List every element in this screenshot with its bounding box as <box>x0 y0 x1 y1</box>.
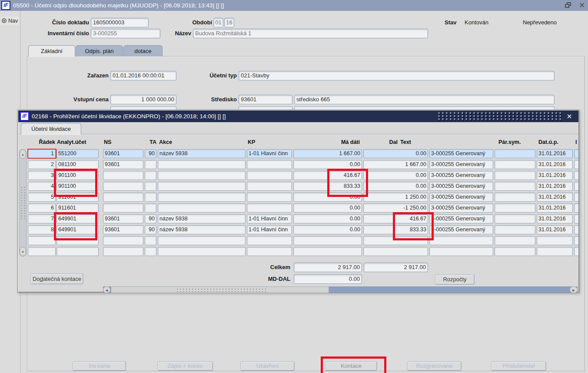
table-cell[interactable] <box>103 236 143 245</box>
table-cell[interactable] <box>145 193 156 202</box>
table-cell[interactable] <box>145 236 156 245</box>
table-cell[interactable]: 31.01.2016 <box>537 193 573 202</box>
table-cell[interactable]: 90 <box>145 214 156 223</box>
table-cell[interactable]: 081100 <box>56 160 99 169</box>
table-cell[interactable] <box>293 236 362 245</box>
table-cell[interactable]: 93601 <box>103 225 143 234</box>
kontace-button[interactable]: Kontace <box>325 361 377 371</box>
table-cell[interactable]: 901100 <box>56 171 99 180</box>
table-cell[interactable] <box>537 236 573 245</box>
table-cell[interactable] <box>574 160 579 169</box>
table-cell[interactable] <box>574 193 579 202</box>
table-cell[interactable]: 0.00 <box>293 160 362 169</box>
obdobi-year-field[interactable]: 16 <box>224 18 234 27</box>
dodatecna-kontace-button[interactable]: Dodatečná kontace <box>30 273 83 284</box>
table-cell[interactable]: 93601 <box>103 214 143 223</box>
table-cell[interactable]: 1-01 Hlavní činn <box>247 149 292 158</box>
table-cell[interactable] <box>158 236 246 245</box>
table-cell[interactable]: 4 <box>28 182 56 191</box>
stredisko-name-field[interactable]: středisko 665 <box>294 95 555 104</box>
rozpracovane-button[interactable]: Rozpracované <box>407 361 462 371</box>
table-cell[interactable] <box>103 171 143 180</box>
table-cell[interactable]: 1-01 Hlavní činn <box>247 214 292 223</box>
table-cell[interactable] <box>363 247 428 256</box>
main-close-icon[interactable]: ✕ <box>577 0 587 10</box>
table-cell[interactable]: 6 <box>28 203 56 213</box>
table-cell[interactable]: 0.00 <box>293 214 362 223</box>
table-cell[interactable] <box>158 203 246 213</box>
table-cell[interactable]: 911601 <box>56 193 99 202</box>
table-cell[interactable] <box>103 193 143 202</box>
table-cell[interactable] <box>495 160 535 169</box>
table-cell[interactable] <box>158 193 246 202</box>
table-cell[interactable] <box>247 203 292 213</box>
table-cell[interactable]: 0.00 <box>363 171 428 180</box>
table-cell[interactable] <box>145 171 156 180</box>
scroll-up-icon[interactable]: ▲ <box>20 150 26 159</box>
table-cell[interactable] <box>103 182 143 191</box>
table-cell[interactable]: 649901 <box>56 214 99 223</box>
table-cell[interactable]: 3-000255 Generovaný <box>429 149 493 158</box>
table-cell[interactable] <box>158 247 246 256</box>
table-cell[interactable]: 0.00 <box>293 225 362 234</box>
table-cell[interactable] <box>495 171 535 180</box>
table-cell[interactable] <box>495 203 535 213</box>
table-cell[interactable]: 31.01.2016 <box>537 149 573 158</box>
table-cell[interactable] <box>495 236 535 245</box>
table-cell[interactable]: 2 <box>28 160 56 169</box>
table-cell[interactable] <box>574 182 579 191</box>
zarazen-field[interactable]: 01.01.2016 00:00:01 <box>110 71 176 80</box>
record-scrollbar-vertical[interactable]: ▲ ▼ <box>19 149 27 256</box>
table-cell[interactable]: -1 250.00 <box>363 203 428 213</box>
table-cell[interactable] <box>247 236 292 245</box>
nav-radio-icon[interactable] <box>2 18 7 23</box>
table-cell[interactable]: 0.00 <box>293 193 362 202</box>
table-cell[interactable]: 31.01.2016 <box>537 225 573 234</box>
inventarni-cislo-field[interactable]: 3-000255 <box>91 29 160 38</box>
table-cell[interactable] <box>56 247 99 256</box>
table-cell[interactable]: 551200 <box>56 149 99 158</box>
restore-icon[interactable] <box>565 2 572 9</box>
table-cell[interactable]: 31.01.2016 <box>537 203 573 213</box>
table-cell[interactable]: 1-01 Hlavní činn <box>247 225 292 234</box>
table-cell[interactable]: 3-000255 Generovaný <box>429 171 493 180</box>
table-cell[interactable]: 90 <box>145 149 156 158</box>
table-cell[interactable] <box>363 236 428 245</box>
table-cell[interactable] <box>495 193 535 202</box>
ucetni-typ-field[interactable]: 021-Stavby <box>239 71 555 80</box>
table-cell[interactable] <box>574 247 579 256</box>
table-cell[interactable]: 833.33 <box>293 182 362 191</box>
stredisko-code-field[interactable]: 93601 <box>239 95 292 104</box>
table-cell[interactable] <box>145 182 156 191</box>
table-cell[interactable] <box>495 247 535 256</box>
table-cell[interactable] <box>574 214 579 223</box>
table-cell[interactable]: 5 <box>28 193 56 202</box>
table-cell[interactable]: 649901 <box>56 225 99 234</box>
table-cell[interactable] <box>56 236 99 245</box>
table-cell[interactable]: 833.33 <box>363 225 428 234</box>
table-cell[interactable] <box>247 182 292 191</box>
scrollbar-thumb[interactable] <box>111 286 329 293</box>
table-cell[interactable]: 3 <box>28 171 56 180</box>
prislusenstvi-button[interactable]: Příslušenství <box>491 361 546 371</box>
table-cell[interactable]: 1 667.00 <box>293 149 362 158</box>
table-cell[interactable] <box>145 203 156 213</box>
table-cell[interactable] <box>145 160 156 169</box>
table-cell[interactable] <box>495 214 535 223</box>
tab-odpis-plan[interactable]: Odpis. plán <box>76 45 123 57</box>
table-cell[interactable] <box>247 160 292 169</box>
table-cell[interactable]: název 5938 <box>158 225 246 234</box>
table-cell[interactable]: 3-000255 Generovaný <box>429 225 493 234</box>
table-cell[interactable] <box>574 149 579 158</box>
table-cell[interactable] <box>574 171 579 180</box>
table-cell[interactable]: 90 <box>145 225 156 234</box>
table-cell[interactable]: 901100 <box>56 182 99 191</box>
table-cell[interactable]: 3-000255 Generovaný <box>429 160 493 169</box>
table-cell[interactable]: 8 <box>28 225 56 234</box>
scroll-right-icon[interactable]: ▶ <box>570 286 578 293</box>
obdobi-month-field[interactable]: 01 <box>213 18 223 27</box>
cislo-dokladu-field[interactable]: 1605000003 <box>91 18 149 27</box>
table-cell[interactable] <box>158 171 246 180</box>
table-cell[interactable]: 1 667.00 <box>363 160 428 169</box>
tab-ucetni-likvidace[interactable]: Účetní likvidace <box>21 123 81 134</box>
